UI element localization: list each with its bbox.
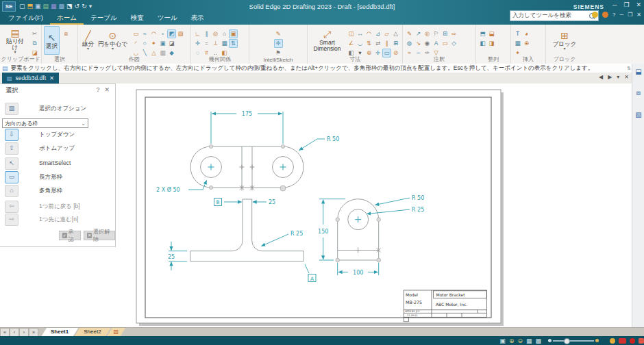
step-forward-button[interactable]: ⇨	[5, 214, 18, 226]
dropdown-arrow-icon[interactable]: ▾	[563, 47, 565, 51]
dock-panel-icon[interactable]: ⬓	[635, 68, 641, 75]
rectangle-fence-button[interactable]: ▭	[5, 171, 18, 183]
panel-close-icon[interactable]: ✕	[104, 86, 110, 93]
tab-home[interactable]: ホーム	[50, 12, 84, 25]
tab-table[interactable]: テーブル	[84, 12, 124, 25]
doc-restore-button[interactable]: ❐	[628, 12, 632, 18]
prompt-spinner[interactable]: ⇅	[627, 66, 631, 71]
minimize-button[interactable]: ─	[612, 1, 617, 8]
view-command-icon[interactable]: ▩	[535, 337, 541, 345]
ribbon: ▤貼り付け▾✂⧉◪ クリップボード ↖選択⧈ 選択 ╱線分▾⊙円を中心で▾▭≈◠…	[0, 25, 644, 64]
dim-side-width[interactable]: 100	[353, 270, 363, 276]
tray-orange-dot-icon[interactable]	[610, 338, 615, 344]
solid-edge-window: { "colors":{"titlebar":"#1e6b7e","dimens…	[0, 0, 644, 345]
topdown-label: トップダウン	[39, 131, 75, 139]
ribbon-button-線分[interactable]: ╱線分▾	[80, 26, 96, 55]
ribbon-tool-icon[interactable]: ⧈	[62, 29, 71, 38]
dim-side-height[interactable]: 150	[318, 229, 328, 235]
tab-nav-icon[interactable]: ▾	[617, 74, 619, 80]
background-sheet-icon[interactable]: ▨	[114, 329, 119, 335]
help-button[interactable]: ?	[612, 12, 615, 18]
ribbon-button-Smart Dimension[interactable]: ⤢Smart Dimension	[310, 26, 345, 55]
ribbon-button-label: 選択	[46, 43, 58, 49]
ribbon-group-block: ⊞ブロック▾ ブロック	[546, 25, 583, 64]
dim-side-hole[interactable]: R 25	[412, 207, 424, 213]
view-command-icon[interactable]: ⊕	[509, 337, 515, 345]
dim-top-width[interactable]: 175	[242, 111, 252, 117]
tab-tools[interactable]: ツール	[151, 12, 184, 25]
tab-file[interactable]: ファイル(F)	[1, 12, 50, 25]
panel-title: 選択	[5, 86, 18, 95]
group-label: 寸法	[308, 55, 402, 63]
dock-panel-icon[interactable]: ▧	[635, 111, 641, 118]
tab-nav-icon[interactable]: ✕	[624, 74, 629, 80]
drawing-sheet[interactable]	[136, 90, 501, 323]
view-command-icon[interactable]: ▣	[499, 337, 506, 345]
dim-front-base[interactable]: 25	[168, 254, 175, 260]
document-tab-label: seddb3d.dft	[16, 75, 46, 81]
accept-button[interactable]: ✓ 承認	[59, 231, 81, 240]
bottomup-label: ボトムアップ	[39, 144, 75, 153]
tab-view[interactable]: 表示	[184, 12, 211, 25]
search-placeholder: 入力してツールを検索	[512, 12, 571, 20]
dim-front-fillet[interactable]: R 25	[290, 231, 303, 237]
zoom-out-icon[interactable]	[548, 339, 552, 342]
view-command-icon[interactable]: ▦	[526, 337, 532, 345]
select-options-button[interactable]: ▧	[5, 103, 18, 115]
ribbon-button-貼り付け[interactable]: ▤貼り付け▾	[2, 26, 28, 55]
document-tab-close-icon[interactable]: ✕	[49, 75, 54, 81]
window-controls: ─ ❐ ✕	[612, 1, 641, 8]
doc-close-button[interactable]: ✕	[636, 12, 641, 18]
dim-top-holes[interactable]: 2 X Ø 50	[156, 186, 180, 193]
command-search[interactable]: 入力してツールを検索	[510, 10, 599, 21]
dropdown-arrow-icon[interactable]: ▾	[87, 47, 89, 51]
datum-label-a[interactable]: A	[310, 276, 314, 282]
smartselect-button[interactable]: ↖	[5, 157, 18, 170]
title-bar: SE ▢⬒▣▤▦▩⬔↺↻▾ Solid Edge 2D Drafting 202…	[0, 0, 644, 25]
ribbon-tool-icon[interactable]: ◨	[487, 39, 496, 48]
tab-inspect[interactable]: 検査	[124, 12, 151, 25]
bottomup-button[interactable]: ⇧	[5, 142, 18, 155]
document-tab[interactable]: ▤ seddb3d.dft ✕	[2, 73, 59, 84]
ribbon-group-annotation: ✎↗◎⚐⊞⇨◍↘◉A▭◇≈∽✑▽ 注釈	[403, 25, 476, 64]
topdown-button[interactable]: ⇩	[5, 129, 18, 141]
ribbon-button-円を中心で[interactable]: ⊙円を中心で▾	[96, 26, 129, 55]
status-tray	[610, 338, 644, 344]
learning-icon[interactable]	[592, 12, 598, 18]
titleblock-approved: APPD BY: JCC	[405, 310, 420, 313]
zoom-slider[interactable]	[548, 339, 599, 342]
deselect-button[interactable]: ✕ 選択解除	[84, 231, 115, 240]
maximize-button[interactable]: ❐	[623, 1, 629, 8]
close-button[interactable]: ✕	[636, 1, 641, 8]
zoom-in-icon[interactable]	[595, 339, 599, 342]
zoom-slider-track[interactable]	[553, 340, 594, 342]
polygon-fence-button[interactable]: ⌂	[5, 185, 18, 197]
document-icon: ▤	[7, 75, 12, 81]
ribbon-button-ブロック[interactable]: ⊞ブロック▾	[551, 26, 579, 55]
ribbon-button-選択[interactable]: ↖選択	[44, 26, 60, 55]
fence-mode-dropdown[interactable]: 方向のある枠 ⌄	[2, 118, 88, 128]
rectangle-fence-label: 長方形枠	[39, 173, 62, 181]
dim-side-radius[interactable]: R 50	[412, 195, 424, 201]
tray-pin-icon[interactable]	[639, 338, 644, 344]
datum-label-b[interactable]: B	[216, 199, 219, 205]
dropdown-arrow-icon[interactable]: ▾	[14, 51, 16, 54]
dropdown-arrow-icon[interactable]: ▾	[112, 47, 114, 51]
panel-help-icon[interactable]: ?	[96, 86, 99, 93]
ribbon-tool-icon[interactable]: ◧	[478, 39, 487, 48]
zoom-slider-handle[interactable]	[564, 338, 570, 344]
tab-nav-icon[interactable]: ◀	[599, 74, 603, 80]
tab-nav-icon[interactable]: ▶	[608, 74, 612, 80]
dim-front-stem[interactable]: 25	[269, 199, 275, 205]
titleblock-date: 12-16-02	[407, 314, 417, 317]
tray-red-dot-icon[interactable]	[630, 338, 635, 344]
step-back-button[interactable]: ⇦	[5, 201, 18, 213]
ribbon-button-icon: ↖	[48, 32, 56, 43]
polygon-fence-label: 多角形枠	[39, 187, 62, 195]
dim-top-radius[interactable]: R 50	[327, 136, 339, 142]
tray-red-pill-icon[interactable]	[619, 338, 626, 344]
view-command-icon[interactable]: ⊖	[517, 337, 523, 345]
dock-panel-icon[interactable]: ⧈	[636, 89, 641, 97]
community-icon[interactable]	[602, 12, 608, 18]
doc-minimize-button[interactable]: ─	[619, 12, 623, 18]
